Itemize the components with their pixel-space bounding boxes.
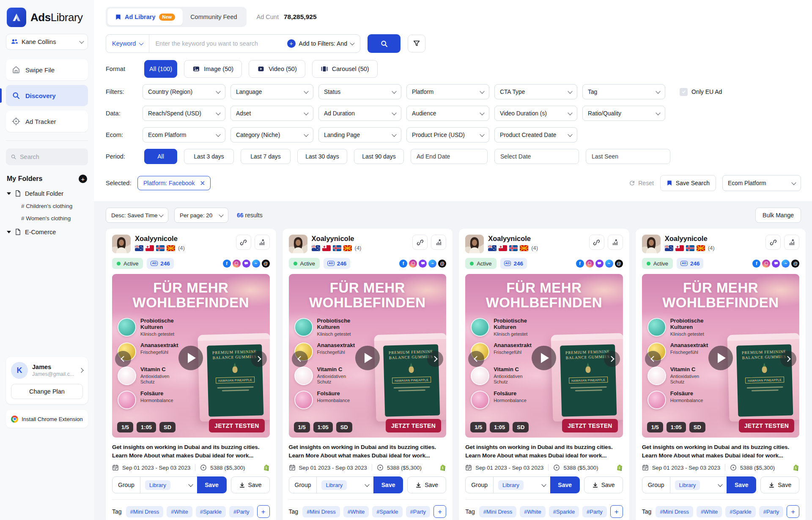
play-button[interactable] (178, 345, 203, 370)
instagram-icon[interactable] (762, 260, 770, 268)
ratio-quality-dropdown[interactable]: Ratio/Quality (582, 106, 665, 121)
tag-chip[interactable]: #Sparkle (196, 506, 226, 517)
change-plan-button[interactable]: Change Plan (11, 384, 83, 399)
chat-app-icon[interactable] (419, 260, 427, 268)
instagram-icon[interactable] (409, 260, 417, 268)
chat-app-icon[interactable] (595, 260, 604, 268)
period-last-30-days-button[interactable]: Last 30 days (297, 149, 347, 164)
analytics-button[interactable] (255, 235, 270, 250)
download-save-button[interactable]: Save (407, 476, 446, 493)
copy-link-button[interactable] (765, 235, 781, 250)
platform-dropdown[interactable]: Platform (406, 84, 489, 99)
download-save-button[interactable]: Save (231, 476, 270, 493)
search-button[interactable] (368, 34, 401, 53)
facebook-icon[interactable]: f (223, 260, 231, 268)
period-last-7-days-button[interactable]: Last 7 days (241, 149, 291, 164)
carousel-prev-button[interactable] (292, 351, 308, 367)
threads-icon[interactable]: @ (615, 260, 623, 268)
advertiser-name[interactable]: Xoalyynicole (488, 235, 585, 243)
copy-link-button[interactable] (589, 235, 604, 250)
bulk-manage-button[interactable]: Bulk Mange (755, 208, 801, 223)
threads-icon[interactable]: @ (438, 260, 446, 268)
tag-chip[interactable]: #White (520, 506, 545, 517)
messenger-icon[interactable] (605, 260, 613, 268)
carousel-prev-button[interactable] (645, 351, 661, 367)
period-last-90-days-button[interactable]: Last 90 days (354, 149, 404, 164)
instagram-icon[interactable] (586, 260, 594, 268)
advertiser-name[interactable]: Xoalyynicole (665, 235, 762, 243)
advertiser-avatar[interactable] (289, 235, 307, 253)
category-niche-dropdown[interactable]: Category (Niche) (230, 127, 313, 142)
facebook-icon[interactable]: f (399, 260, 407, 268)
add-to-filters-dropdown[interactable]: + Add to Filters: And (281, 39, 360, 48)
tag-chip[interactable]: #White (167, 506, 192, 517)
advertiser-avatar[interactable] (112, 235, 131, 253)
play-button[interactable] (708, 345, 733, 370)
chat-app-icon[interactable] (772, 260, 780, 268)
group-select-dropdown[interactable]: Library (670, 476, 727, 493)
save-search-button[interactable]: Save Search (660, 175, 716, 191)
carousel-next-button[interactable] (427, 351, 443, 367)
threads-icon[interactable]: @ (262, 260, 270, 268)
save-button[interactable]: Save (373, 476, 403, 493)
facebook-icon[interactable]: f (576, 260, 584, 268)
carousel-prev-button[interactable] (115, 351, 131, 367)
ad-duration-dropdown[interactable]: Ad Duration (318, 106, 401, 121)
copy-link-button[interactable] (236, 235, 251, 250)
format-all-button[interactable]: All (100) (144, 60, 177, 78)
folder-ecomerce[interactable]: E-Comerce (6, 228, 88, 235)
analytics-button[interactable] (608, 235, 623, 250)
copy-link-button[interactable] (412, 235, 428, 250)
sidebar-item-ad-tracker[interactable]: Ad Tracker (6, 111, 88, 132)
audience-dropdown[interactable]: Audience (406, 106, 489, 121)
messenger-icon[interactable] (252, 260, 260, 268)
tab-community-feed[interactable]: Community Feed (183, 8, 244, 25)
tag-chip[interactable]: #Sparkle (372, 506, 402, 517)
tag-chip[interactable]: #Party (582, 506, 607, 517)
language-dropdown[interactable]: Language (230, 84, 313, 99)
messenger-icon[interactable] (428, 260, 436, 268)
only-eu-ad-checkbox[interactable]: Only EU Ad (680, 88, 722, 96)
save-button[interactable]: Save (197, 476, 227, 493)
folder-default[interactable]: Default Folder (6, 190, 88, 197)
select-date-button[interactable]: Select Date (494, 149, 579, 164)
ecom-platform-select[interactable]: Ecom Platform (722, 175, 801, 191)
tag-chip[interactable]: #Mini Dress (656, 506, 693, 517)
install-chrome-extension-button[interactable]: Install Chrome Extension (6, 410, 88, 428)
tag-chip[interactable]: #Mini Dress (126, 506, 164, 517)
add-tag-button[interactable]: + (610, 505, 623, 518)
ad-creative[interactable]: FÜR MEHR WOHLBEFINDEN PREMIUM FEMININE B… (465, 274, 623, 438)
tag-dropdown[interactable]: Tag (582, 84, 665, 99)
tab-ad-library[interactable]: Ad Library New (107, 8, 183, 25)
carousel-next-button[interactable] (251, 351, 267, 367)
add-tag-button[interactable]: + (433, 505, 446, 518)
reach-spend-dropdown[interactable]: Reach/Spend (USD) (143, 106, 225, 121)
folder-child-childrens-clothing[interactable]: # Children's clothing (6, 203, 88, 209)
sidebar-search[interactable] (6, 148, 88, 165)
sidebar-search-input[interactable] (20, 153, 83, 160)
tag-chip[interactable]: #Sparkle (725, 506, 755, 517)
cta-button[interactable]: JETZT TESTEN (386, 419, 442, 432)
group-select-dropdown[interactable]: Library (140, 476, 198, 493)
tag-chip[interactable]: #White (697, 506, 722, 517)
sort-dropdown[interactable]: Desc: Saved Time (106, 208, 168, 223)
play-button[interactable] (355, 345, 380, 370)
play-button[interactable] (532, 345, 556, 370)
download-save-button[interactable]: Save (760, 476, 799, 493)
tag-chip[interactable]: #Party (406, 506, 431, 517)
save-button[interactable]: Save (550, 476, 580, 493)
cta-button[interactable]: JETZT TESTEN (562, 419, 618, 432)
last-seen-button[interactable]: Last Seen (586, 149, 670, 164)
format-video-button[interactable]: Video (50) (249, 60, 305, 78)
instagram-icon[interactable] (233, 260, 241, 268)
tag-chip[interactable]: #Sparkle (549, 506, 579, 517)
shopify-icon[interactable] (793, 464, 799, 471)
carousel-prev-button[interactable] (468, 351, 484, 367)
sidebar-item-swipe-file[interactable]: Swipe File (6, 59, 88, 80)
search-input[interactable] (149, 40, 281, 47)
format-image-button[interactable]: Image (50) (184, 60, 242, 78)
add-tag-button[interactable]: + (787, 505, 799, 518)
period-all-button[interactable]: All (144, 149, 177, 164)
tag-chip[interactable]: #Mini Dress (479, 506, 517, 517)
cta-button[interactable]: JETZT TESTEN (739, 419, 795, 432)
